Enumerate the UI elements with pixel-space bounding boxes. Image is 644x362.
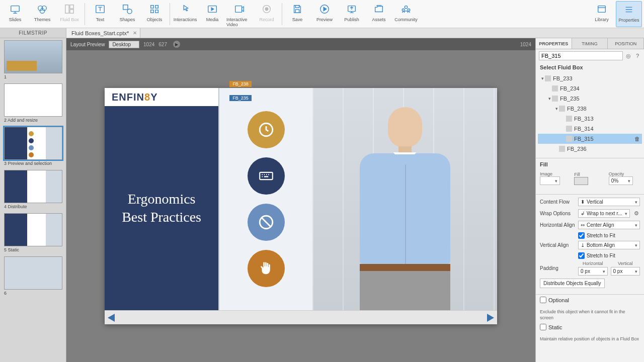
- properties-panel: Properties Timing Position ◎ ? Select Fl…: [535, 38, 644, 362]
- optional-note: Exclude this object when it cannot fit i…: [536, 309, 644, 323]
- wrap-options-dd[interactable]: ↲Wrap to next r...: [578, 209, 630, 218]
- object-name-input[interactable]: [539, 51, 623, 60]
- tree-row[interactable]: FB_234: [538, 83, 642, 94]
- wrap-settings-icon[interactable]: ⚙: [633, 210, 640, 217]
- thumb-2[interactable]: [4, 83, 62, 117]
- thumb-6[interactable]: [4, 256, 62, 290]
- help-icon[interactable]: ?: [634, 52, 641, 59]
- tree-row[interactable]: ▾FB_233: [538, 73, 642, 83]
- halign-dd[interactable]: ⇔Center Align: [578, 221, 640, 229]
- text-button[interactable]: Text: [87, 1, 113, 27]
- slide-photo[interactable]: [312, 88, 497, 310]
- tree-row[interactable]: FB_236: [538, 144, 642, 154]
- svg-point-22: [405, 6, 408, 8]
- fb-tag-selected[interactable]: FB_238: [229, 81, 252, 87]
- svg-point-23: [402, 9, 405, 11]
- preview-button[interactable]: Preview: [311, 1, 338, 27]
- assets-button[interactable]: Assets: [366, 1, 392, 27]
- slide-icons-column[interactable]: FB_238 FB_235: [218, 88, 312, 310]
- no-sign-icon[interactable]: [248, 204, 285, 241]
- interactions-button[interactable]: Interactions: [172, 1, 198, 27]
- pad-h-dd[interactable]: 0 px: [578, 267, 608, 276]
- valign-dd[interactable]: ⤓Bottom Align: [578, 241, 640, 249]
- interactive-video-button[interactable]: Interactive Video: [226, 1, 253, 27]
- tab-bar: Filmstrip Fluid Boxes_Start.cptx* ✕: [0, 28, 644, 38]
- person-image: [355, 104, 455, 310]
- pad-v-dd[interactable]: 0 px: [611, 267, 640, 276]
- thumb-4[interactable]: [4, 170, 62, 203]
- brand-logo: ENFIN8Y: [105, 88, 218, 106]
- svg-rect-15: [235, 6, 242, 12]
- fluidbox-tree[interactable]: ▾FB_233FB_234▾FB_235▾FB_238FB_313FB_314F…: [536, 72, 644, 157]
- optional-checkbox[interactable]: [540, 297, 546, 303]
- save-button[interactable]: Save: [284, 1, 310, 27]
- svg-rect-27: [260, 172, 273, 179]
- keyboard-icon[interactable]: [248, 157, 285, 195]
- opacity-dd[interactable]: 0%: [609, 176, 633, 185]
- v-stretch-checkbox[interactable]: [578, 252, 585, 259]
- bp-width-1: 1024: [143, 42, 154, 47]
- thumb-3[interactable]: [4, 127, 62, 160]
- svg-rect-0: [11, 6, 20, 11]
- distribute-button[interactable]: Distribute Objects Equally: [540, 279, 605, 288]
- filmstrip-header: Filmstrip: [0, 28, 66, 38]
- svg-point-17: [265, 8, 268, 11]
- layout-preview-label: Layout Preview: [70, 42, 105, 47]
- prev-arrow-icon[interactable]: [108, 314, 115, 322]
- slide-navbar: [105, 310, 497, 324]
- slide-stage[interactable]: ENFIN8Y Ergonomics Best Practices FB_238…: [105, 88, 497, 324]
- filmstrip-panel[interactable]: 1 2 Add and resize 3 Preview and selecti…: [0, 38, 66, 362]
- svg-rect-13: [155, 10, 158, 13]
- properties-button[interactable]: Properties: [616, 1, 642, 27]
- content-flow-dd[interactable]: ⬍Vertical: [578, 198, 640, 206]
- h-stretch-checkbox[interactable]: [578, 232, 585, 239]
- community-button[interactable]: Community: [393, 1, 419, 27]
- play-layout-button[interactable]: ▶: [173, 41, 180, 48]
- thumb-1[interactable]: [4, 40, 62, 73]
- svg-rect-6: [70, 9, 73, 13]
- themes-button[interactable]: Themes: [29, 1, 55, 27]
- device-dropdown[interactable]: Desktop: [109, 41, 139, 48]
- main-toolbar: Slides Themes Fluid Box Text Shapes Obje…: [0, 0, 644, 28]
- fill-image-dd[interactable]: [540, 176, 560, 185]
- tree-row[interactable]: FB_314: [538, 124, 642, 134]
- tab-position[interactable]: Position: [608, 38, 644, 49]
- svg-rect-4: [65, 5, 69, 13]
- fb-tag-parent[interactable]: FB_235: [229, 95, 252, 101]
- fill-color-swatch[interactable]: [574, 177, 588, 185]
- svg-rect-5: [70, 5, 73, 8]
- hand-icon[interactable]: [248, 250, 285, 287]
- document-title: Fluid Boxes_Start.cptx*: [71, 30, 129, 36]
- tree-row[interactable]: ▾FB_235: [538, 94, 642, 104]
- tab-properties[interactable]: Properties: [536, 38, 572, 49]
- static-checkbox[interactable]: [540, 324, 546, 330]
- svg-rect-11: [155, 5, 158, 8]
- svg-point-24: [408, 9, 410, 11]
- shapes-button[interactable]: Shapes: [114, 1, 140, 27]
- clock-icon[interactable]: [248, 111, 285, 148]
- slide-left-panel[interactable]: ENFIN8Y Ergonomics Best Practices: [105, 88, 218, 310]
- visibility-icon[interactable]: ◎: [625, 52, 632, 59]
- publish-button[interactable]: Publish: [339, 1, 365, 27]
- tab-timing[interactable]: Timing: [572, 38, 608, 49]
- svg-rect-10: [151, 5, 154, 8]
- slide-title[interactable]: Ergonomics Best Practices: [105, 106, 218, 310]
- slides-button[interactable]: Slides: [2, 1, 28, 27]
- fill-section-header: Fill: [536, 159, 644, 169]
- objects-button[interactable]: Objects: [141, 1, 168, 27]
- close-tab-icon[interactable]: ✕: [133, 30, 137, 36]
- next-arrow-icon[interactable]: [487, 314, 494, 322]
- tree-row[interactable]: FB_313: [538, 114, 642, 124]
- record-button: Record: [254, 1, 280, 27]
- canvas-area: Layout Preview Desktop 1024 627 ▶ 1024 E…: [66, 38, 535, 362]
- media-button[interactable]: Media: [199, 1, 225, 27]
- tree-row[interactable]: ▾FB_238: [538, 104, 642, 114]
- select-fluidbox-label: Select Fluid Box: [536, 62, 644, 72]
- static-note: Maintain relative position of objects in…: [536, 336, 644, 344]
- tree-row[interactable]: FB_315🗑: [538, 134, 642, 144]
- delete-icon[interactable]: 🗑: [634, 136, 640, 142]
- library-button[interactable]: Library: [589, 1, 615, 27]
- document-tab[interactable]: Fluid Boxes_Start.cptx* ✕: [66, 28, 140, 38]
- svg-point-9: [127, 9, 132, 14]
- thumb-5[interactable]: [4, 213, 62, 246]
